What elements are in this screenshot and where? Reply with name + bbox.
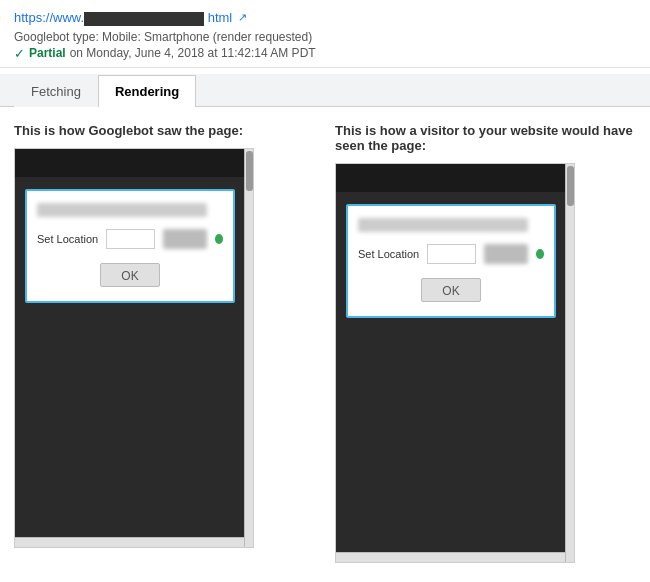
status-partial-badge: Partial [29, 46, 66, 60]
ok-button-visitor[interactable]: OK [421, 278, 481, 302]
visitor-screen: Set Location OK [336, 164, 574, 562]
page-header: https://www. html ↗ Googlebot type: Mobi… [0, 0, 650, 68]
scrollbar-bottom-visitor[interactable] [336, 552, 565, 562]
external-link-icon[interactable]: ↗ [238, 11, 247, 24]
dialog-set-location-row-googlebot: Set Location [37, 229, 223, 249]
green-dot-googlebot [215, 234, 223, 244]
url-bar: https://www. html ↗ [14, 10, 636, 26]
status-line: ✓ Partial on Monday, June 4, 2018 at 11:… [14, 46, 636, 61]
location-input-googlebot[interactable] [106, 229, 155, 249]
url-suffix: html [208, 10, 233, 25]
googlebot-dialog: Set Location OK [25, 189, 235, 303]
url-redacted-block [84, 12, 204, 26]
tab-fetching[interactable]: Fetching [14, 75, 98, 107]
blurred-button-googlebot [163, 229, 207, 249]
check-icon: ✓ [14, 46, 25, 61]
location-input-visitor[interactable] [427, 244, 476, 264]
panels-container: This is how Googlebot saw the page: Set … [14, 123, 636, 563]
set-location-label-googlebot: Set Location [37, 233, 98, 245]
visitor-panel: This is how a visitor to your website wo… [335, 123, 636, 563]
scrollbar-thumb-visitor [567, 166, 574, 206]
googlebot-panel-title: This is how Googlebot saw the page: [14, 123, 315, 138]
dialog-set-location-row-visitor: Set Location [358, 244, 544, 264]
visitor-phone: Set Location OK [335, 163, 575, 563]
visitor-dialog: Set Location OK [346, 204, 556, 318]
visitor-panel-title: This is how a visitor to your website wo… [335, 123, 636, 153]
googlebot-phone: Set Location OK [14, 148, 254, 548]
phone-top-bar-visitor [336, 164, 574, 192]
ok-button-googlebot[interactable]: OK [100, 263, 160, 287]
tab-rendering[interactable]: Rendering [98, 75, 196, 107]
url-prefix: https://www. [14, 10, 84, 25]
phone-top-bar-googlebot [15, 149, 253, 177]
dialog-blurred-title-googlebot [37, 203, 207, 217]
set-location-label-visitor: Set Location [358, 248, 419, 260]
dialog-blurred-title-visitor [358, 218, 528, 232]
googlebot-panel: This is how Googlebot saw the page: Set … [14, 123, 315, 563]
phone-bottom-googlebot [15, 349, 244, 547]
tab-bar: Fetching Rendering [0, 74, 650, 107]
url-text[interactable]: https://www. html [14, 10, 232, 26]
status-date: on Monday, June 4, 2018 at 11:42:14 AM P… [70, 46, 316, 60]
googlebot-type-line: Googlebot type: Mobile: Smartphone (rend… [14, 30, 636, 44]
scrollbar-right-visitor[interactable] [565, 164, 574, 562]
scrollbar-right-googlebot[interactable] [244, 149, 253, 547]
scrollbar-thumb-googlebot [246, 151, 253, 191]
blurred-button-visitor [484, 244, 528, 264]
googlebot-screen: Set Location OK [15, 149, 253, 547]
green-dot-visitor [536, 249, 544, 259]
scrollbar-bottom-googlebot[interactable] [15, 537, 244, 547]
phone-bottom-visitor [336, 364, 565, 562]
main-content: This is how Googlebot saw the page: Set … [0, 107, 650, 579]
